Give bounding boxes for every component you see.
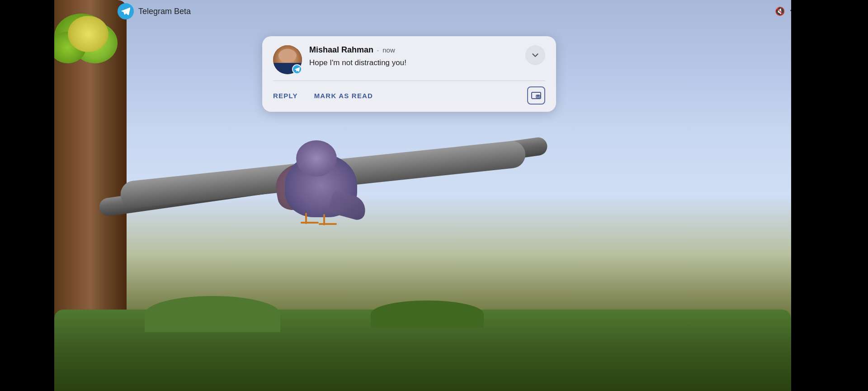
status-bar: Telegram Beta 🔇 94% — [108, 0, 791, 23]
inline-reply-icon — [531, 90, 542, 101]
app-title: Telegram Beta — [138, 7, 191, 16]
telegram-app-icon — [118, 3, 134, 19]
notification-card: Mishaal Rahman · now Hope I'm not distra… — [262, 36, 556, 112]
notification-header: Mishaal Rahman · now Hope I'm not distra… — [273, 45, 545, 74]
avatar-container — [273, 45, 302, 74]
notification-message: Hope I'm not distracting you! — [309, 57, 406, 68]
bird-head — [296, 140, 337, 176]
notification-content: Mishaal Rahman · now Hope I'm not distra… — [309, 45, 406, 68]
chevron-down-icon — [530, 50, 540, 60]
black-right-bar — [791, 0, 868, 391]
notification-separator: · — [377, 46, 379, 54]
wifi-icon — [790, 7, 791, 15]
foliage-yellow-blob — [68, 16, 108, 52]
mute-icon: 🔇 — [775, 6, 785, 16]
bottom-greenery — [54, 310, 791, 391]
bird-foot-right — [316, 214, 339, 228]
bird — [271, 140, 371, 231]
notification-divider — [273, 81, 545, 81]
notification-left: Mishaal Rahman · now Hope I'm not distra… — [273, 45, 406, 74]
status-bar-left: Telegram Beta — [118, 3, 191, 19]
inline-reply-button[interactable] — [527, 86, 545, 105]
svg-point-5 — [538, 95, 539, 97]
sender-name: Mishaal Rahman — [309, 45, 373, 55]
telegram-svg — [121, 6, 131, 16]
notification-time: now — [382, 46, 395, 54]
sender-row: Mishaal Rahman · now — [309, 45, 406, 55]
action-buttons: REPLY MARK AS READ — [273, 90, 373, 101]
notification-actions: REPLY MARK AS READ — [273, 86, 545, 105]
mark-as-read-button[interactable]: MARK AS READ — [314, 90, 373, 101]
status-bar-right: 🔇 94% — [775, 6, 791, 16]
background-scene: Telegram Beta 🔇 94% — [54, 0, 791, 391]
expand-chevron-button[interactable] — [525, 45, 545, 65]
black-left-bar — [0, 0, 54, 391]
telegram-badge-svg — [294, 67, 300, 72]
reply-button[interactable]: REPLY — [273, 90, 298, 101]
telegram-badge-icon — [292, 64, 302, 74]
